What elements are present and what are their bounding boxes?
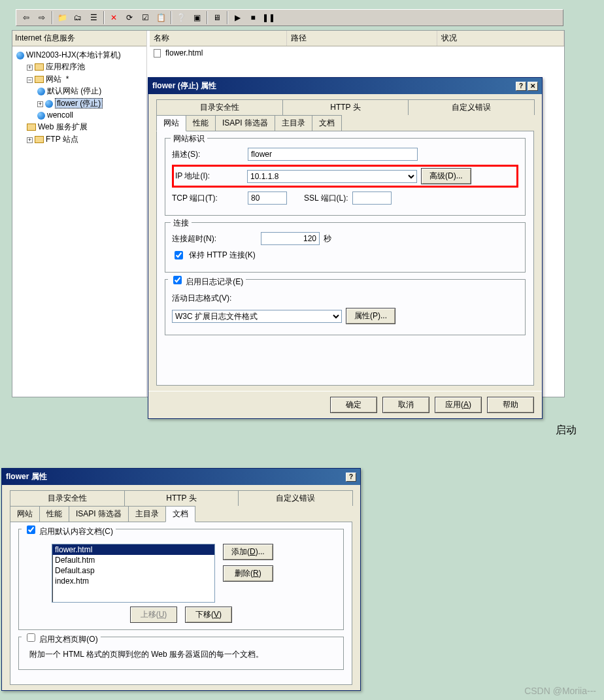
tree-websites[interactable]: 网站 [46, 75, 61, 84]
tree-app-pool[interactable]: 应用程序池 [46, 62, 85, 71]
list-item[interactable]: index.htm [52, 576, 214, 586]
button-ok[interactable]: 确定 [330, 397, 377, 413]
tab-website[interactable]: 网站 [10, 506, 40, 522]
computer-icon[interactable]: 🖥 [210, 10, 224, 25]
tab-http-headers[interactable]: HTTP 头 [282, 99, 409, 115]
tab-page-website: 网站标识 描述(S): IP 地址(I): 10.1.1.8 高级(D)... … [156, 131, 534, 386]
list-item[interactable]: Default.asp [52, 565, 214, 576]
properties-dialog-1: flower (停止) 属性 ? ✕ 目录安全性 HTTP 头 自定义错误 网站… [148, 77, 543, 419]
tab-dir-security[interactable]: 目录安全性 [156, 99, 283, 115]
tree-icon[interactable]: 🗂 [71, 10, 85, 25]
collapse-icon[interactable]: − [27, 77, 33, 83]
button-delete[interactable]: 删除(R) [223, 565, 273, 582]
label-tcp-port: TCP 端口(T): [172, 193, 244, 204]
tab-documents[interactable]: 文档 [312, 115, 342, 131]
checkbox-logging[interactable] [173, 276, 182, 284]
expand-icon[interactable]: + [27, 65, 33, 71]
select-ip[interactable]: 10.1.1.8 [247, 170, 417, 183]
checkbox-default-docs[interactable] [27, 525, 35, 534]
tree-default-site[interactable]: 默认网站 (停止) [47, 86, 101, 95]
button-log-properties[interactable]: 属性(P)... [346, 308, 395, 324]
button-advanced[interactable]: 高级(D)... [421, 168, 471, 184]
tab-dir-security[interactable]: 目录安全性 [10, 490, 125, 506]
folder-icon [35, 136, 44, 143]
tab-isapi[interactable]: ISAPI 筛选器 [215, 115, 275, 131]
expand-icon[interactable]: + [37, 101, 43, 107]
tree-wencoll[interactable]: wencoll [47, 110, 73, 120]
pause-icon[interactable]: ❚❚ [261, 10, 276, 25]
help-button[interactable]: ? [346, 473, 356, 482]
dialog2-title: flower 属性 [6, 471, 47, 482]
properties-icon[interactable]: ☑ [138, 10, 152, 25]
label-default-docs: 启用默认内容文档(C) [39, 527, 113, 536]
button-move-up[interactable]: 上移(U) [130, 607, 177, 623]
help-button[interactable]: ? [516, 82, 526, 91]
tab-documents[interactable]: 文档 [165, 506, 195, 522]
label-start: 启动 [556, 424, 577, 437]
tab-home-dir[interactable]: 主目录 [128, 506, 166, 522]
legend-site-id: 网站标识 [171, 133, 207, 144]
input-ssl-port[interactable] [352, 192, 392, 205]
tree-flower-site[interactable]: flower (停止) [55, 98, 103, 108]
select-log-format[interactable]: W3C 扩展日志文件格式 [172, 310, 342, 323]
list-item[interactable]: flower.html [150, 46, 564, 59]
list-item[interactable]: flower.html [52, 544, 214, 555]
dialog2-titlebar[interactable]: flower 属性 ? [2, 469, 360, 485]
tab-row-1b: 目录安全性 HTTP 头 自定义错误 [10, 490, 352, 506]
tab-http-headers[interactable]: HTTP 头 [124, 490, 239, 506]
tab-custom-errors[interactable]: 自定义错误 [408, 99, 535, 115]
back-icon[interactable]: ⇦ [19, 10, 33, 25]
list-item[interactable]: Default.htm [52, 555, 214, 565]
input-description[interactable] [248, 148, 418, 161]
tab-isapi[interactable]: ISAPI 筛选器 [69, 506, 129, 522]
tree-root[interactable]: WIN2003-HJX(本地计算机) [26, 50, 121, 59]
button-cancel[interactable]: 取消 [382, 397, 429, 413]
expand-icon[interactable]: + [27, 137, 33, 143]
tab-page-documents: 启用默认内容文档(C) flower.html Default.htm Defa… [10, 522, 352, 685]
footer-hint: 附加一个 HTML 格式的页脚到您的 Web 服务器返回的每一个文档。 [29, 649, 333, 660]
watermark: CSDN @Moriia--- [524, 686, 596, 696]
tab-row-2: 网站 性能 ISAPI 筛选器 主目录 文档 [156, 115, 534, 131]
label-timeout: 连接超时(N): [172, 233, 257, 244]
tab-website[interactable]: 网站 [156, 115, 186, 131]
label-ssl-port: SSL 端口(L): [304, 193, 348, 204]
help-icon[interactable]: ❔ [174, 10, 188, 25]
tab-performance[interactable]: 性能 [186, 115, 216, 131]
play-icon[interactable]: ▶ [230, 10, 244, 25]
dialog1-titlebar[interactable]: flower (停止) 属性 ? ✕ [148, 78, 542, 94]
button-move-down[interactable]: 下移(V) [185, 607, 232, 623]
up-icon[interactable]: 📁 [55, 10, 69, 25]
col-path[interactable]: 路径 [287, 31, 437, 46]
listbox-documents[interactable]: flower.html Default.htm Default.asp inde… [52, 544, 215, 603]
checkbox-footer[interactable] [27, 633, 35, 642]
tree-web-ext[interactable]: Web 服务扩展 [38, 122, 88, 131]
folder-icon [27, 124, 36, 131]
button-help[interactable]: 帮助 [487, 397, 534, 413]
list-icon[interactable]: ☰ [86, 10, 101, 25]
col-name[interactable]: 名称 [150, 31, 287, 46]
tab-custom-errors[interactable]: 自定义错误 [238, 490, 353, 506]
site-icon [37, 88, 45, 95]
tab-home-dir[interactable]: 主目录 [275, 115, 312, 131]
label-keep-alive: 保持 HTTP 连接(K) [189, 250, 256, 261]
label-seconds: 秒 [324, 233, 331, 244]
export-icon[interactable]: ▣ [190, 10, 204, 25]
delete-icon[interactable]: ✕ [107, 10, 121, 25]
tree[interactable]: WIN2003-HJX(本地计算机) +应用程序池 −网站 * 默认网站 (停止… [12, 46, 146, 149]
tree-ftp[interactable]: FTP 站点 [46, 135, 78, 144]
col-status[interactable]: 状况 [437, 31, 564, 46]
dialog1-title: flower (停止) 属性 [152, 80, 216, 92]
checkbox-keep-alive[interactable] [175, 251, 183, 259]
input-tcp-port[interactable] [248, 192, 287, 205]
copy-icon[interactable]: 📋 [154, 10, 168, 25]
refresh-icon[interactable]: ⟳ [122, 10, 137, 25]
forward-icon[interactable]: ⇨ [35, 10, 49, 25]
button-apply[interactable]: 应用(A) [435, 397, 482, 413]
input-timeout[interactable] [261, 232, 320, 245]
button-add[interactable]: 添加(D)... [223, 544, 273, 560]
label-description: 描述(S): [172, 149, 244, 160]
close-button[interactable]: ✕ [528, 82, 538, 91]
tab-performance[interactable]: 性能 [39, 506, 69, 522]
list-header: 名称 路径 状况 [150, 31, 564, 46]
stop-icon[interactable]: ■ [246, 10, 260, 25]
